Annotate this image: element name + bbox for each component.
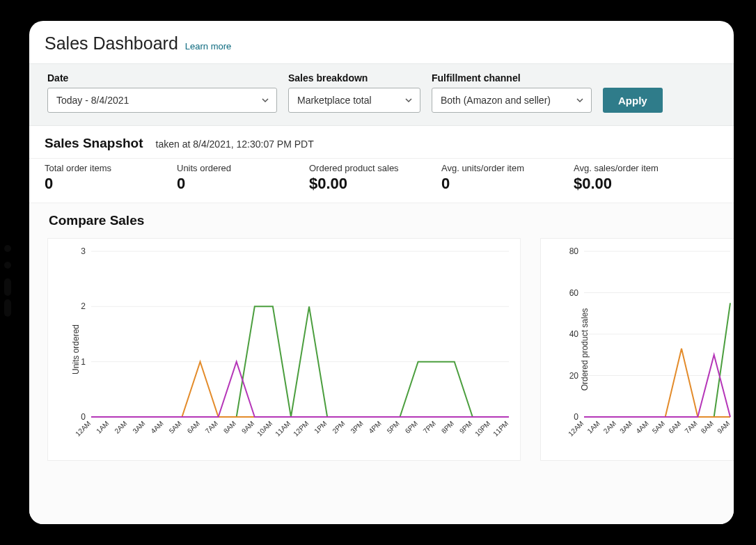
charts-row: Units ordered 012312AM1AM2AM3AM4AM5AM6AM… bbox=[47, 238, 734, 461]
snapshot-title: Sales Snapshot bbox=[45, 136, 143, 151]
chart-svg: 02040608012AM1AM2AM3AM4AM5AM6AM7AM8AM9AM bbox=[548, 246, 734, 448]
metric-label: Avg. units/order item bbox=[441, 163, 546, 173]
svg-text:11PM: 11PM bbox=[491, 420, 510, 438]
metric-units-ordered: Units ordered 0 bbox=[177, 163, 281, 193]
compare-section: Compare Sales Units ordered 012312AM1AM2… bbox=[29, 203, 734, 524]
metric-value: $0.00 bbox=[574, 175, 678, 193]
svg-text:2: 2 bbox=[81, 301, 86, 311]
snapshot-taken-at: taken at 8/4/2021, 12:30:07 PM PDT bbox=[156, 139, 314, 150]
svg-text:9AM: 9AM bbox=[240, 420, 255, 435]
svg-text:1AM: 1AM bbox=[95, 420, 110, 435]
filter-label-date: Date bbox=[47, 72, 277, 84]
tablet-camera bbox=[4, 245, 11, 252]
svg-text:3PM: 3PM bbox=[349, 420, 364, 435]
svg-text:3AM: 3AM bbox=[618, 420, 633, 435]
filter-group-date: Date Today - 8/4/2021 bbox=[47, 72, 277, 113]
chart-ordered-product-sales: Ordered product sales 02040608012AM1AM2A… bbox=[540, 238, 734, 461]
metric-total-order-items: Total order items 0 bbox=[45, 163, 149, 193]
svg-text:12AM: 12AM bbox=[567, 420, 585, 438]
channel-select[interactable]: Both (Amazon and seller) bbox=[432, 88, 592, 113]
metric-label: Units ordered bbox=[177, 163, 281, 173]
svg-text:6AM: 6AM bbox=[186, 420, 201, 435]
svg-text:10AM: 10AM bbox=[255, 420, 274, 438]
metric-label: Avg. sales/order item bbox=[574, 163, 678, 173]
svg-text:1PM: 1PM bbox=[313, 420, 328, 435]
snapshot-header: Sales Snapshot taken at 8/4/2021, 12:30:… bbox=[29, 126, 734, 159]
svg-text:7PM: 7PM bbox=[422, 420, 437, 435]
svg-text:4AM: 4AM bbox=[634, 420, 649, 435]
tablet-volume-up bbox=[4, 278, 11, 296]
svg-text:4PM: 4PM bbox=[367, 420, 382, 435]
svg-text:60: 60 bbox=[569, 288, 579, 298]
svg-text:10PM: 10PM bbox=[473, 420, 491, 438]
svg-text:5AM: 5AM bbox=[651, 420, 666, 435]
metric-value: 0 bbox=[441, 175, 546, 193]
svg-text:6PM: 6PM bbox=[404, 420, 419, 435]
svg-text:7AM: 7AM bbox=[683, 420, 698, 435]
svg-text:20: 20 bbox=[569, 371, 579, 381]
metric-value: $0.00 bbox=[309, 175, 414, 193]
breakdown-select-value: Marketplace total bbox=[297, 95, 372, 106]
metrics-row: Total order items 0 Units ordered 0 Orde… bbox=[29, 159, 734, 203]
svg-text:9AM: 9AM bbox=[716, 420, 731, 435]
svg-text:11AM: 11AM bbox=[274, 420, 292, 438]
chart-units-ordered: Units ordered 012312AM1AM2AM3AM4AM5AM6AM… bbox=[47, 238, 521, 461]
date-select-value: Today - 8/4/2021 bbox=[56, 95, 129, 106]
metric-label: Total order items bbox=[45, 163, 149, 173]
filter-label-breakdown: Sales breakdown bbox=[288, 72, 420, 84]
svg-text:2PM: 2PM bbox=[331, 420, 346, 435]
learn-more-link[interactable]: Learn more bbox=[185, 41, 231, 52]
metric-avg-sales: Avg. sales/order item $0.00 bbox=[574, 163, 678, 193]
tablet-volume-down bbox=[4, 299, 11, 317]
svg-text:5PM: 5PM bbox=[386, 420, 401, 435]
chevron-down-icon bbox=[261, 96, 269, 104]
svg-text:4AM: 4AM bbox=[149, 420, 164, 435]
breakdown-select[interactable]: Marketplace total bbox=[288, 88, 420, 113]
svg-text:3: 3 bbox=[81, 246, 86, 256]
svg-text:2AM: 2AM bbox=[113, 420, 128, 435]
chart-ylabel: Ordered product sales bbox=[580, 308, 590, 391]
metric-avg-units: Avg. units/order item 0 bbox=[441, 163, 546, 193]
svg-text:12AM: 12AM bbox=[74, 420, 92, 438]
svg-text:8PM: 8PM bbox=[440, 420, 455, 435]
filter-bar: Date Today - 8/4/2021 Sales breakdown Ma… bbox=[29, 63, 734, 126]
compare-title: Compare Sales bbox=[47, 213, 734, 228]
tablet-sensor bbox=[4, 262, 11, 269]
filter-label-channel: Fulfillment channel bbox=[432, 72, 592, 84]
filter-group-breakdown: Sales breakdown Marketplace total bbox=[288, 72, 420, 113]
svg-text:1: 1 bbox=[81, 357, 86, 367]
svg-text:6AM: 6AM bbox=[667, 420, 682, 435]
svg-text:1AM: 1AM bbox=[585, 420, 601, 435]
metric-value: 0 bbox=[45, 175, 149, 193]
svg-text:8AM: 8AM bbox=[222, 420, 237, 435]
date-select[interactable]: Today - 8/4/2021 bbox=[47, 88, 277, 113]
metric-label: Ordered product sales bbox=[309, 163, 414, 173]
chevron-down-icon bbox=[576, 96, 584, 104]
tablet-frame: Sales Dashboard Learn more Date Today - … bbox=[0, 0, 756, 545]
svg-text:3AM: 3AM bbox=[131, 420, 146, 435]
filter-group-channel: Fulfillment channel Both (Amazon and sel… bbox=[432, 72, 592, 113]
page-header: Sales Dashboard Learn more bbox=[29, 33, 734, 63]
chart-ylabel: Units ordered bbox=[71, 324, 81, 374]
page-title: Sales Dashboard bbox=[45, 33, 178, 54]
svg-text:5AM: 5AM bbox=[168, 420, 183, 435]
svg-text:2AM: 2AM bbox=[602, 420, 617, 435]
screen: Sales Dashboard Learn more Date Today - … bbox=[29, 21, 734, 524]
chevron-down-icon bbox=[404, 96, 413, 104]
svg-text:12PM: 12PM bbox=[292, 420, 310, 438]
metric-value: 0 bbox=[177, 175, 281, 193]
svg-text:80: 80 bbox=[569, 246, 579, 256]
apply-button[interactable]: Apply bbox=[603, 88, 663, 113]
svg-text:7AM: 7AM bbox=[204, 420, 219, 435]
svg-text:8AM: 8AM bbox=[700, 420, 715, 435]
metric-ordered-product-sales: Ordered product sales $0.00 bbox=[309, 163, 414, 193]
svg-text:40: 40 bbox=[569, 329, 579, 339]
chart-svg: 012312AM1AM2AM3AM4AM5AM6AM7AM8AM9AM10AM1… bbox=[55, 246, 514, 448]
svg-text:9PM: 9PM bbox=[458, 420, 473, 435]
channel-select-value: Both (Amazon and seller) bbox=[441, 95, 551, 106]
